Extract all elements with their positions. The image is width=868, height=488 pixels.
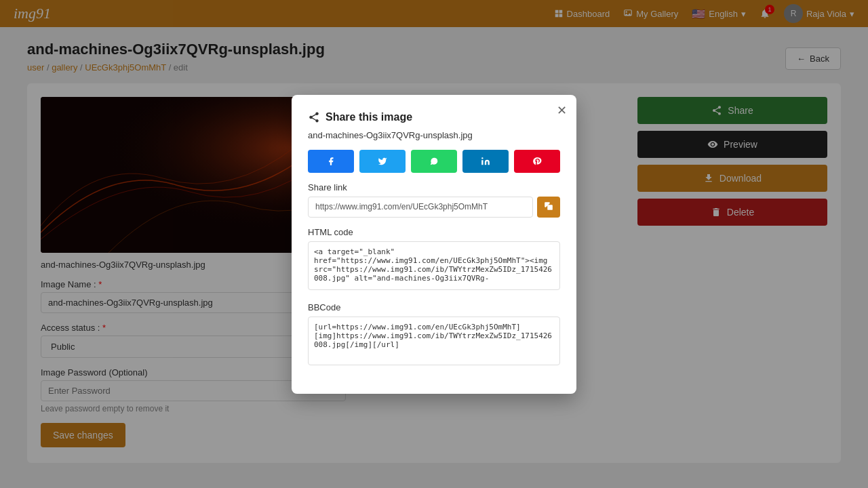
html-code-section: HTML code <a target="_blank" href="https… xyxy=(308,227,560,293)
share-link-section: Share link xyxy=(308,182,560,218)
facebook-icon xyxy=(326,157,336,166)
modal-share-icon xyxy=(308,111,320,123)
html-code-label: HTML code xyxy=(308,227,560,237)
share-link-row xyxy=(308,197,560,218)
svg-rect-9 xyxy=(547,205,553,210)
share-whatsapp-button[interactable] xyxy=(411,150,457,173)
share-link-input[interactable] xyxy=(308,197,533,218)
copy-icon xyxy=(544,201,553,211)
copy-link-button[interactable] xyxy=(537,197,560,218)
pinterest-icon xyxy=(532,157,542,166)
social-share-buttons xyxy=(308,150,560,173)
share-twitter-button[interactable] xyxy=(359,150,406,173)
svg-point-8 xyxy=(481,157,483,159)
html-code-textarea[interactable]: <a target="_blank" href="https://www.img… xyxy=(308,241,560,290)
share-linkedin-button[interactable] xyxy=(462,150,509,173)
modal-filename: and-machines-Og3iix7QVRg-unsplash.jpg xyxy=(308,130,560,140)
modal-header: Share this image xyxy=(308,111,560,123)
share-modal: ✕ Share this image and-machines-Og3iix7Q… xyxy=(292,95,576,394)
linkedin-icon xyxy=(481,157,490,166)
share-link-label: Share link xyxy=(308,182,560,192)
modal-overlay[interactable]: ✕ Share this image and-machines-Og3iix7Q… xyxy=(0,0,868,488)
share-facebook-button[interactable] xyxy=(308,150,354,173)
modal-close-button[interactable]: ✕ xyxy=(557,103,567,118)
bbcode-label: BBCode xyxy=(308,302,560,312)
twitter-icon xyxy=(378,157,387,166)
bbcode-textarea[interactable]: [url=https://www.img91.com/en/UEcGk3phj5… xyxy=(308,317,560,365)
share-pinterest-button[interactable] xyxy=(514,150,560,173)
bbcode-section: BBCode [url=https://www.img91.com/en/UEc… xyxy=(308,302,560,368)
whatsapp-icon xyxy=(429,157,439,166)
